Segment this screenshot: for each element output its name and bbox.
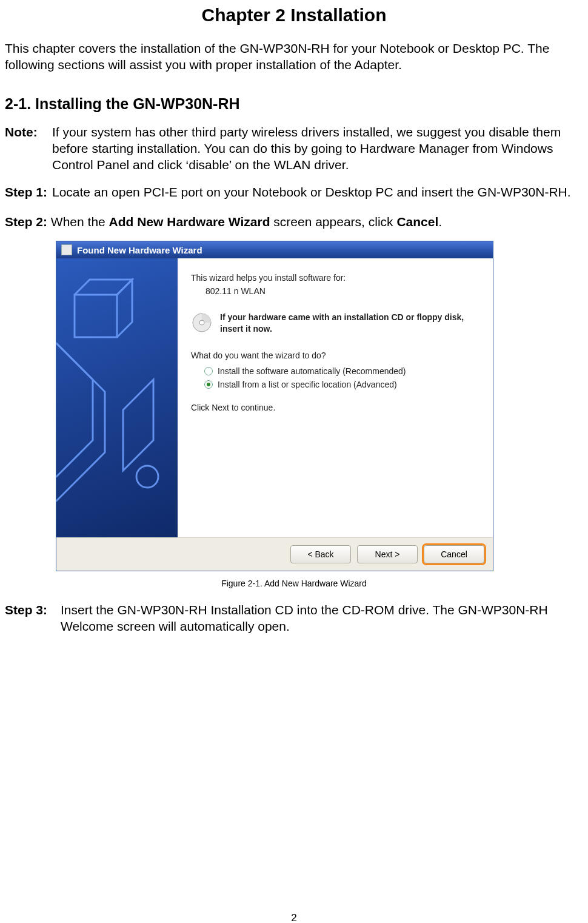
note-block: Note: If your system has other third par…: [5, 124, 583, 173]
note-text: If your system has other third party wir…: [52, 124, 583, 173]
step-1-text: Locate an open PCI-E port on your Notebo…: [52, 184, 583, 200]
radio-icon-checked: [204, 380, 213, 389]
cd-icon: [191, 312, 213, 334]
step-2-label: Step 2:: [5, 215, 47, 229]
step-2-bold2: Cancel: [396, 215, 438, 229]
step-1-label: Step 1:: [5, 184, 52, 200]
wizard-button-row: < Back Next > Cancel: [56, 537, 493, 571]
radio-label-1: Install the software automatically (Reco…: [218, 366, 406, 376]
step-2-mid: screen appears, click: [270, 215, 396, 229]
cancel-button[interactable]: Cancel: [424, 545, 484, 563]
figure-caption: Figure 2-1. Add New Hardware Wizard: [5, 579, 583, 588]
radio-icon: [204, 367, 213, 375]
step-3-label: Step 3:: [5, 602, 52, 618]
step-2-bold1: Add New Hardware Wizard: [109, 215, 270, 229]
wizard-line1: This wizard helps you install software f…: [191, 273, 479, 283]
wizard-device: 802.11 n WLAN: [205, 286, 479, 296]
wizard-cd-text: If your hardware came with an installati…: [220, 312, 479, 335]
wizard-title-icon: [61, 244, 72, 255]
back-button[interactable]: < Back: [290, 545, 351, 563]
step-2-pre: When the: [51, 215, 109, 229]
svg-point-4: [199, 320, 204, 325]
svg-point-1: [136, 466, 158, 488]
wizard-click-next: Click Next to continue.: [191, 403, 479, 412]
chapter-intro: This chapter covers the installation of …: [5, 40, 583, 73]
wizard-title-text: Found New Hardware Wizard: [77, 245, 202, 255]
page-number: 2: [291, 912, 296, 923]
wizard-prompt: What do you want the wizard to do?: [191, 351, 479, 360]
radio-option-auto[interactable]: Install the software automatically (Reco…: [204, 366, 479, 376]
chapter-title: Chapter 2 Installation: [5, 5, 583, 25]
radio-label-2: Install from a list or specific location…: [218, 380, 397, 389]
wizard-figure: Found New Hardware Wizard: [56, 241, 583, 571]
note-label: Note:: [5, 124, 52, 140]
step-2-post: .: [438, 215, 442, 229]
wizard-content: This wizard helps you install software f…: [178, 258, 493, 537]
next-button[interactable]: Next >: [357, 545, 418, 563]
step-2: Step 2: When the Add New Hardware Wizard…: [5, 213, 583, 230]
wizard-titlebar: Found New Hardware Wizard: [56, 241, 493, 258]
wizard-window: Found New Hardware Wizard: [56, 241, 493, 571]
step-3-text: Insert the GN-WP30N-RH Installation CD i…: [61, 602, 583, 635]
radio-option-advanced[interactable]: Install from a list or specific location…: [204, 380, 479, 389]
svg-rect-0: [75, 295, 117, 337]
step-1: Step 1: Locate an open PCI-E port on you…: [5, 184, 583, 200]
step-3: Step 3: Insert the GN-WP30N-RH Installat…: [5, 602, 583, 635]
section-heading: 2-1. Installing the GN-WP30N-RH: [5, 95, 583, 113]
wizard-side-art: [56, 258, 178, 537]
